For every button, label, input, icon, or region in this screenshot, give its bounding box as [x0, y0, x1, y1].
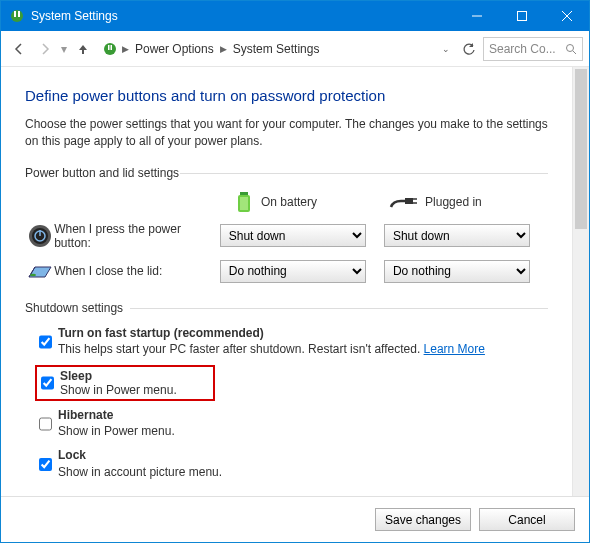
select-power-plugged[interactable]: Shut down: [384, 224, 530, 247]
close-button[interactable]: [544, 1, 589, 31]
sleep-title: Sleep: [60, 369, 92, 383]
plug-icon: [387, 193, 417, 211]
select-power-battery[interactable]: Shut down: [220, 224, 366, 247]
svg-rect-4: [517, 12, 526, 21]
col-battery: On battery: [235, 190, 317, 214]
sleep-desc: Show in Power menu.: [60, 383, 177, 397]
svg-point-10: [567, 44, 574, 51]
checkbox-sleep[interactable]: [41, 369, 54, 397]
search-icon: [565, 43, 577, 55]
dropdown-icon[interactable]: ▾: [61, 42, 67, 56]
svg-point-0: [11, 10, 23, 22]
search-placeholder: Search Co...: [489, 42, 561, 56]
chevron-icon: ▶: [220, 44, 227, 54]
scrollbar[interactable]: [572, 67, 589, 496]
fast-startup-desc: This helps start your PC faster after sh…: [58, 342, 424, 356]
svg-rect-8: [108, 45, 110, 50]
battery-icon: [235, 190, 253, 214]
opt-hibernate: Hibernate Show in Power menu.: [25, 407, 548, 439]
power-icon: [25, 224, 54, 248]
forward-button[interactable]: [33, 37, 57, 61]
breadcrumb[interactable]: ▶ Power Options ▶ System Settings ⌄: [97, 37, 455, 61]
chevron-down-icon[interactable]: ⌄: [442, 44, 450, 54]
svg-point-22: [30, 274, 36, 276]
opt-sleep-highlighted: Sleep Show in Power menu.: [35, 365, 215, 401]
svg-rect-15: [405, 198, 413, 204]
scrollbar-thumb[interactable]: [575, 69, 587, 229]
page-title: Define power buttons and turn on passwor…: [25, 87, 548, 104]
group-power-lid: Power button and lid settings: [25, 166, 548, 180]
navbar: ▾ ▶ Power Options ▶ System Settings ⌄ Se…: [1, 31, 589, 67]
content-pane: Define power buttons and turn on passwor…: [1, 67, 572, 496]
crumb-power-options[interactable]: Power Options: [133, 42, 216, 56]
svg-rect-12: [240, 192, 248, 195]
lid-icon: [25, 261, 54, 281]
save-button[interactable]: Save changes: [375, 508, 471, 531]
back-button[interactable]: [7, 37, 31, 61]
page-intro: Choose the power settings that you want …: [25, 116, 548, 150]
row-power-button: When I press the power button: Shut down…: [25, 222, 548, 250]
opt-fast-startup: Turn on fast startup (recommended) This …: [25, 325, 548, 357]
up-button[interactable]: [71, 37, 95, 61]
crumb-system-settings[interactable]: System Settings: [231, 42, 322, 56]
checkbox-lock[interactable]: [39, 449, 52, 479]
select-lid-plugged[interactable]: Do nothing: [384, 260, 530, 283]
row-lid: When I close the lid: Do nothing Do noth…: [25, 260, 548, 283]
chevron-icon: ▶: [122, 44, 129, 54]
col-plugged: Plugged in: [387, 193, 482, 211]
opt-lock: Lock Show in account picture menu.: [25, 447, 548, 479]
maximize-button[interactable]: [499, 1, 544, 31]
window-title: System Settings: [31, 9, 454, 23]
titlebar: System Settings: [1, 1, 589, 31]
search-input[interactable]: Search Co...: [483, 37, 583, 61]
window: System Settings ▾ ▶ Power Options ▶ Syst…: [0, 0, 590, 543]
checkbox-hibernate[interactable]: [39, 409, 52, 439]
location-icon: [102, 41, 118, 57]
minimize-button[interactable]: [454, 1, 499, 31]
svg-rect-1: [14, 11, 16, 17]
select-lid-battery[interactable]: Do nothing: [220, 260, 366, 283]
cancel-button[interactable]: Cancel: [479, 508, 575, 531]
fast-startup-title: Turn on fast startup (recommended): [58, 326, 264, 340]
checkbox-fast-startup[interactable]: [39, 327, 52, 357]
hibernate-title: Hibernate: [58, 408, 113, 422]
hibernate-desc: Show in Power menu.: [58, 424, 175, 438]
lock-title: Lock: [58, 448, 86, 462]
refresh-button[interactable]: [457, 37, 481, 61]
app-icon: [9, 8, 25, 24]
footer: Save changes Cancel: [1, 496, 589, 542]
learn-more-link[interactable]: Learn More: [424, 342, 485, 356]
svg-rect-14: [240, 197, 248, 210]
svg-rect-9: [111, 45, 113, 50]
lock-desc: Show in account picture menu.: [58, 465, 222, 479]
svg-line-11: [573, 51, 576, 54]
svg-point-7: [104, 43, 116, 55]
svg-rect-2: [18, 11, 20, 17]
group-shutdown: Shutdown settings: [25, 301, 548, 315]
